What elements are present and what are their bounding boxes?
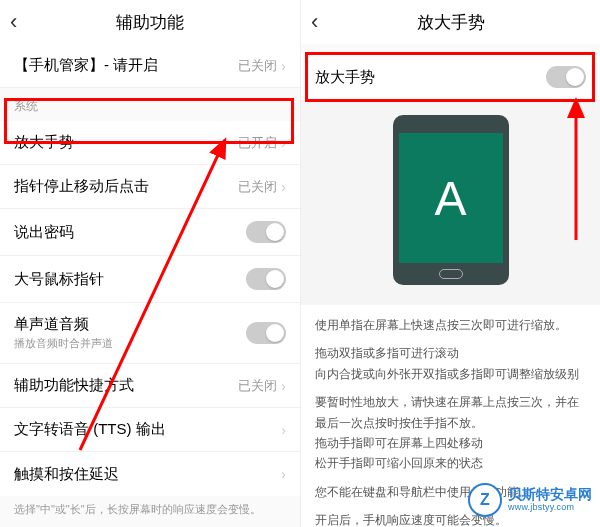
row-label: 触摸和按住延迟 bbox=[14, 465, 119, 484]
row-label: 文字转语音 (TTS) 输出 bbox=[14, 420, 166, 439]
back-button[interactable]: ‹ bbox=[311, 9, 318, 35]
desc-line: 拖动双指或多指可进行滚动 向内合拢或向外张开双指或多指即可调整缩放级别 bbox=[315, 343, 586, 384]
watermark-url: www.jbstyy.com bbox=[508, 503, 592, 513]
row-label: 【手机管家】- 请开启 bbox=[14, 56, 158, 75]
desc-line: 使用单指在屏幕上快速点按三次即可进行缩放。 bbox=[315, 315, 586, 335]
header-bar: ‹ 辅助功能 bbox=[0, 0, 300, 44]
toggle-mono-audio[interactable] bbox=[246, 322, 286, 344]
chevron-right-icon: › bbox=[281, 58, 286, 74]
row-tts-output[interactable]: 文字转语音 (TTS) 输出 › bbox=[0, 408, 300, 452]
footnote-touch-delay: 选择"中"或"长"后，长按屏幕时的响应速度会变慢。 bbox=[0, 496, 300, 527]
row-label: 放大手势 bbox=[315, 68, 375, 87]
watermark: Z 贝斯特安卓网 www.jbstyy.com bbox=[468, 483, 592, 517]
row-speak-password[interactable]: 说出密码 bbox=[0, 209, 300, 256]
accessibility-screen: ‹ 辅助功能 【手机管家】- 请开启 已关闭 › 系统 放大手势 已开启 › 指… bbox=[0, 0, 300, 527]
phone-screen: A bbox=[399, 133, 503, 263]
status-badge: 已开启 bbox=[238, 134, 277, 152]
toggle-large-mouse[interactable] bbox=[246, 268, 286, 290]
row-pointer-click[interactable]: 指针停止移动后点击 已关闭 › bbox=[0, 165, 300, 209]
phone-home-button-icon bbox=[439, 269, 463, 279]
watermark-logo-icon: Z bbox=[468, 483, 502, 517]
page-title: 放大手势 bbox=[417, 11, 485, 34]
desc-line: 要暂时性地放大，请快速在屏幕上点按三次，并在最后一次点按时按住手指不放。 拖动手… bbox=[315, 392, 586, 474]
toggle-speak-password[interactable] bbox=[246, 221, 286, 243]
row-large-mouse[interactable]: 大号鼠标指针 bbox=[0, 256, 300, 303]
zoom-gesture-screen: ‹ 放大手势 放大手势 A 使用单指在屏幕上快速点按三次即可进行缩放。 拖动双指… bbox=[300, 0, 600, 527]
section-system: 系统 bbox=[0, 88, 300, 121]
row-label: 说出密码 bbox=[14, 223, 74, 242]
back-button[interactable]: ‹ bbox=[10, 9, 17, 35]
chevron-right-icon: › bbox=[281, 179, 286, 195]
chevron-right-icon: › bbox=[281, 135, 286, 151]
row-label: 单声道音频 bbox=[14, 315, 113, 334]
row-zoom-gesture-toggle[interactable]: 放大手势 bbox=[301, 54, 600, 101]
page-title: 辅助功能 bbox=[116, 11, 184, 34]
chevron-right-icon: › bbox=[281, 466, 286, 482]
phone-shell-icon: A bbox=[393, 115, 509, 285]
row-label: 指针停止移动后点击 bbox=[14, 177, 149, 196]
toggle-zoom-gesture[interactable] bbox=[546, 66, 586, 88]
row-phone-manager[interactable]: 【手机管家】- 请开启 已关闭 › bbox=[0, 44, 300, 88]
row-label: 辅助功能快捷方式 bbox=[14, 376, 134, 395]
watermark-title: 贝斯特安卓网 bbox=[508, 487, 592, 502]
row-label: 放大手势 bbox=[14, 133, 74, 152]
row-accessibility-shortcut[interactable]: 辅助功能快捷方式 已关闭 › bbox=[0, 364, 300, 408]
chevron-right-icon: › bbox=[281, 378, 286, 394]
phone-letter: A bbox=[434, 171, 466, 226]
status-badge: 已关闭 bbox=[238, 178, 277, 196]
row-touch-hold-delay[interactable]: 触摸和按住延迟 › bbox=[0, 452, 300, 496]
row-label: 大号鼠标指针 bbox=[14, 270, 104, 289]
phone-illustration: A bbox=[301, 101, 600, 305]
header-bar: ‹ 放大手势 bbox=[301, 0, 600, 44]
row-sublabel: 播放音频时合并声道 bbox=[14, 336, 113, 351]
status-badge: 已关闭 bbox=[238, 377, 277, 395]
chevron-right-icon: › bbox=[281, 422, 286, 438]
row-mono-audio[interactable]: 单声道音频 播放音频时合并声道 bbox=[0, 303, 300, 364]
row-zoom-gesture[interactable]: 放大手势 已开启 › bbox=[0, 121, 300, 165]
status-badge: 已关闭 bbox=[238, 57, 277, 75]
